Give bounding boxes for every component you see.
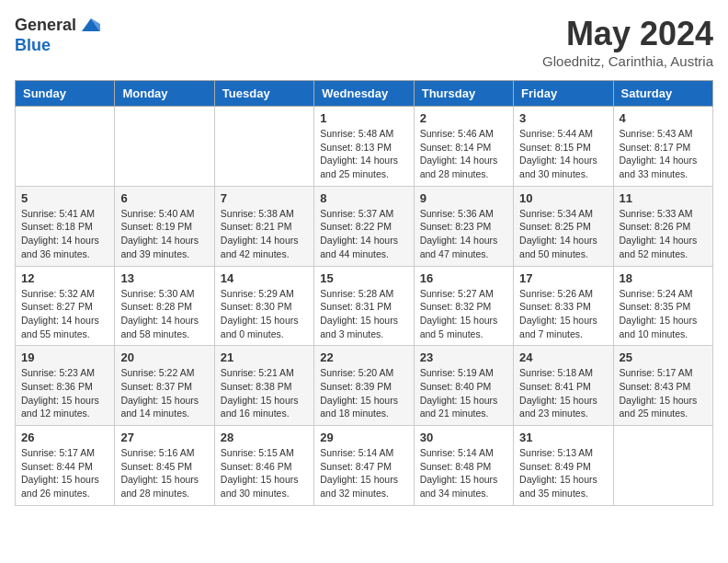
calendar-cell: 14Sunrise: 5:29 AM Sunset: 8:30 PM Dayli…: [214, 266, 313, 346]
day-number: 20: [120, 350, 208, 364]
calendar-week-row: 5Sunrise: 5:41 AM Sunset: 8:18 PM Daylig…: [16, 186, 713, 266]
location-title: Gloednitz, Carinthia, Austria: [542, 53, 713, 69]
calendar-cell: 18Sunrise: 5:24 AM Sunset: 8:35 PM Dayli…: [613, 266, 712, 346]
day-number: 10: [519, 191, 607, 205]
day-info: Sunrise: 5:30 AM Sunset: 8:28 PM Dayligh…: [120, 287, 208, 341]
day-info: Sunrise: 5:32 AM Sunset: 8:27 PM Dayligh…: [21, 287, 108, 341]
day-number: 26: [21, 431, 108, 444]
day-info: Sunrise: 5:22 AM Sunset: 8:37 PM Dayligh…: [120, 366, 208, 420]
calendar-day-header: Thursday: [414, 81, 513, 107]
calendar-day-header: Tuesday: [214, 81, 313, 107]
calendar-cell: [613, 426, 712, 506]
calendar-cell: 26Sunrise: 5:17 AM Sunset: 8:44 PM Dayli…: [16, 426, 115, 506]
calendar-week-row: 19Sunrise: 5:23 AM Sunset: 8:36 PM Dayli…: [16, 346, 713, 426]
calendar-cell: 3Sunrise: 5:44 AM Sunset: 8:15 PM Daylig…: [514, 107, 613, 187]
calendar-cell: [115, 107, 214, 187]
day-info: Sunrise: 5:40 AM Sunset: 8:19 PM Dayligh…: [120, 207, 208, 261]
day-number: 15: [320, 271, 407, 285]
day-info: Sunrise: 5:29 AM Sunset: 8:30 PM Dayligh…: [221, 287, 308, 341]
calendar-cell: 11Sunrise: 5:33 AM Sunset: 8:26 PM Dayli…: [613, 186, 712, 266]
calendar-table: SundayMondayTuesdayWednesdayThursdayFrid…: [15, 80, 713, 506]
day-number: 13: [120, 271, 208, 285]
calendar-cell: 29Sunrise: 5:14 AM Sunset: 8:47 PM Dayli…: [314, 426, 414, 506]
day-number: 18: [620, 271, 707, 285]
day-info: Sunrise: 5:17 AM Sunset: 8:43 PM Dayligh…: [620, 366, 707, 420]
calendar-cell: 9Sunrise: 5:36 AM Sunset: 8:23 PM Daylig…: [414, 186, 513, 266]
calendar-cell: 19Sunrise: 5:23 AM Sunset: 8:36 PM Dayli…: [16, 346, 115, 426]
day-info: Sunrise: 5:14 AM Sunset: 8:47 PM Dayligh…: [320, 446, 407, 500]
day-info: Sunrise: 5:18 AM Sunset: 8:41 PM Dayligh…: [519, 366, 607, 420]
calendar-cell: 12Sunrise: 5:32 AM Sunset: 8:27 PM Dayli…: [16, 266, 115, 346]
calendar-cell: 7Sunrise: 5:38 AM Sunset: 8:21 PM Daylig…: [214, 186, 313, 266]
day-number: 1: [320, 111, 407, 125]
day-number: 31: [519, 431, 607, 444]
day-number: 8: [320, 191, 407, 205]
calendar-body: 1Sunrise: 5:48 AM Sunset: 8:13 PM Daylig…: [16, 107, 713, 506]
calendar-cell: 24Sunrise: 5:18 AM Sunset: 8:41 PM Dayli…: [514, 346, 613, 426]
day-number: 9: [420, 191, 507, 205]
calendar-cell: 20Sunrise: 5:22 AM Sunset: 8:37 PM Dayli…: [115, 346, 214, 426]
day-info: Sunrise: 5:23 AM Sunset: 8:36 PM Dayligh…: [21, 366, 108, 420]
day-info: Sunrise: 5:17 AM Sunset: 8:44 PM Dayligh…: [21, 446, 108, 500]
day-number: 24: [519, 350, 607, 364]
day-info: Sunrise: 5:21 AM Sunset: 8:38 PM Dayligh…: [221, 366, 308, 420]
logo-icon: [78, 15, 100, 37]
month-title: May 2024: [542, 15, 713, 53]
day-number: 28: [221, 431, 308, 444]
calendar-week-row: 1Sunrise: 5:48 AM Sunset: 8:13 PM Daylig…: [16, 107, 713, 187]
day-number: 11: [620, 191, 707, 205]
logo: General Blue: [15, 15, 100, 55]
calendar-cell: 30Sunrise: 5:14 AM Sunset: 8:48 PM Dayli…: [414, 426, 513, 506]
day-info: Sunrise: 5:24 AM Sunset: 8:35 PM Dayligh…: [620, 287, 707, 341]
day-number: 2: [420, 111, 507, 125]
day-info: Sunrise: 5:41 AM Sunset: 8:18 PM Dayligh…: [21, 207, 108, 261]
day-info: Sunrise: 5:16 AM Sunset: 8:45 PM Dayligh…: [120, 446, 208, 500]
calendar-cell: 1Sunrise: 5:48 AM Sunset: 8:13 PM Daylig…: [314, 107, 414, 187]
calendar-day-header: Wednesday: [314, 81, 414, 107]
calendar-cell: 23Sunrise: 5:19 AM Sunset: 8:40 PM Dayli…: [414, 346, 513, 426]
day-info: Sunrise: 5:13 AM Sunset: 8:49 PM Dayligh…: [519, 446, 607, 500]
calendar-cell: 4Sunrise: 5:43 AM Sunset: 8:17 PM Daylig…: [613, 107, 712, 187]
day-number: 30: [420, 431, 507, 444]
calendar-day-header: Monday: [115, 81, 214, 107]
calendar-cell: 2Sunrise: 5:46 AM Sunset: 8:14 PM Daylig…: [414, 107, 513, 187]
calendar-cell: 10Sunrise: 5:34 AM Sunset: 8:25 PM Dayli…: [514, 186, 613, 266]
day-info: Sunrise: 5:19 AM Sunset: 8:40 PM Dayligh…: [420, 366, 507, 420]
day-number: 3: [519, 111, 607, 125]
day-info: Sunrise: 5:37 AM Sunset: 8:22 PM Dayligh…: [320, 207, 407, 261]
calendar-cell: 6Sunrise: 5:40 AM Sunset: 8:19 PM Daylig…: [115, 186, 214, 266]
day-info: Sunrise: 5:20 AM Sunset: 8:39 PM Dayligh…: [320, 366, 407, 420]
day-info: Sunrise: 5:44 AM Sunset: 8:15 PM Dayligh…: [519, 127, 607, 181]
calendar-day-header: Saturday: [613, 81, 712, 107]
day-number: 23: [420, 350, 507, 364]
calendar-cell: 28Sunrise: 5:15 AM Sunset: 8:46 PM Dayli…: [214, 426, 313, 506]
day-info: Sunrise: 5:15 AM Sunset: 8:46 PM Dayligh…: [221, 446, 308, 500]
calendar-cell: 5Sunrise: 5:41 AM Sunset: 8:18 PM Daylig…: [16, 186, 115, 266]
calendar-header-row: SundayMondayTuesdayWednesdayThursdayFrid…: [16, 81, 713, 107]
day-info: Sunrise: 5:14 AM Sunset: 8:48 PM Dayligh…: [420, 446, 507, 500]
calendar-week-row: 12Sunrise: 5:32 AM Sunset: 8:27 PM Dayli…: [16, 266, 713, 346]
calendar-week-row: 26Sunrise: 5:17 AM Sunset: 8:44 PM Dayli…: [16, 426, 713, 506]
day-number: 21: [221, 350, 308, 364]
calendar-day-header: Friday: [514, 81, 613, 107]
calendar-cell: 31Sunrise: 5:13 AM Sunset: 8:49 PM Dayli…: [514, 426, 613, 506]
page-header: General Blue May 2024 Gloednitz, Carinth…: [15, 15, 713, 69]
calendar-cell: 16Sunrise: 5:27 AM Sunset: 8:32 PM Dayli…: [414, 266, 513, 346]
day-info: Sunrise: 5:34 AM Sunset: 8:25 PM Dayligh…: [519, 207, 607, 261]
title-block: May 2024 Gloednitz, Carinthia, Austria: [542, 15, 713, 69]
day-number: 22: [320, 350, 407, 364]
day-number: 4: [620, 111, 707, 125]
day-number: 7: [221, 191, 308, 205]
day-number: 16: [420, 271, 507, 285]
calendar-cell: [214, 107, 313, 187]
calendar-cell: 17Sunrise: 5:26 AM Sunset: 8:33 PM Dayli…: [514, 266, 613, 346]
calendar-cell: 13Sunrise: 5:30 AM Sunset: 8:28 PM Dayli…: [115, 266, 214, 346]
day-number: 17: [519, 271, 607, 285]
calendar-cell: 21Sunrise: 5:21 AM Sunset: 8:38 PM Dayli…: [214, 346, 313, 426]
day-info: Sunrise: 5:36 AM Sunset: 8:23 PM Dayligh…: [420, 207, 507, 261]
day-info: Sunrise: 5:26 AM Sunset: 8:33 PM Dayligh…: [519, 287, 607, 341]
day-number: 14: [221, 271, 308, 285]
day-number: 25: [620, 350, 707, 364]
day-number: 29: [320, 431, 407, 444]
calendar-cell: 27Sunrise: 5:16 AM Sunset: 8:45 PM Dayli…: [115, 426, 214, 506]
